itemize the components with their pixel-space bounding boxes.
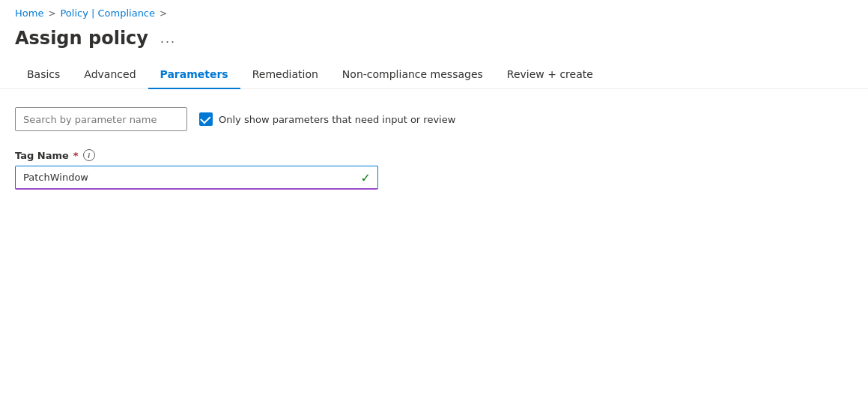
- main-content: Only show parameters that need input or …: [0, 89, 868, 208]
- tag-name-label: Tag Name * i: [15, 149, 853, 161]
- page-header: Assign policy ...: [0, 23, 868, 61]
- search-input[interactable]: [15, 107, 187, 131]
- tab-remediation[interactable]: Remediation: [240, 61, 330, 89]
- tag-name-input[interactable]: [15, 166, 378, 190]
- show-params-checkbox-wrapper[interactable]: Only show parameters that need input or …: [199, 112, 455, 126]
- breadcrumb: Home > Policy | Compliance >: [0, 0, 868, 23]
- required-indicator: *: [73, 150, 79, 161]
- breadcrumb-policy-compliance[interactable]: Policy | Compliance: [60, 7, 155, 19]
- show-params-label: Only show parameters that need input or …: [219, 114, 455, 125]
- show-params-checkbox[interactable]: [199, 112, 213, 126]
- tab-advanced[interactable]: Advanced: [72, 61, 148, 89]
- tab-parameters[interactable]: Parameters: [148, 61, 240, 89]
- breadcrumb-sep-1: >: [48, 8, 55, 19]
- more-options-button[interactable]: ...: [156, 29, 180, 48]
- tag-name-field-section: Tag Name * i ✓: [15, 149, 853, 190]
- breadcrumb-home[interactable]: Home: [15, 7, 43, 19]
- info-icon[interactable]: i: [83, 149, 95, 161]
- page-title: Assign policy: [15, 28, 148, 49]
- breadcrumb-sep-2: >: [160, 8, 167, 19]
- tab-review-create[interactable]: Review + create: [495, 61, 605, 89]
- tag-name-label-text: Tag Name: [15, 150, 69, 161]
- filter-row: Only show parameters that need input or …: [15, 107, 853, 131]
- tab-basics[interactable]: Basics: [15, 61, 72, 89]
- tabs-nav: Basics Advanced Parameters Remediation N…: [0, 61, 868, 89]
- tab-non-compliance-messages[interactable]: Non-compliance messages: [330, 61, 495, 89]
- tag-name-input-wrapper: ✓: [15, 166, 378, 190]
